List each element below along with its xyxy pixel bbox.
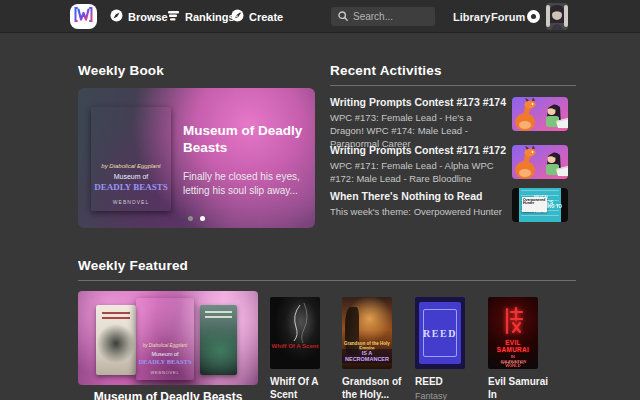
activity-description: This week's theme: Overpowered Hunter bbox=[330, 205, 530, 218]
featured-book-evil-samurai[interactable]: EVIL SAMURAI IN CULTIVATION WORLD WEBNOV… bbox=[488, 297, 552, 400]
user-avatar[interactable] bbox=[546, 3, 568, 30]
nav-forum-label: Forum bbox=[491, 11, 525, 23]
cover-title: DEADLY BEASTS bbox=[91, 182, 171, 192]
cover-brand: WEBNOVEL bbox=[501, 361, 526, 365]
cover-title: REED bbox=[423, 328, 457, 339]
search-icon bbox=[338, 11, 348, 23]
activity-item-wpc-171-172[interactable]: Writing Prompts Contest #171 #172 WPC #1… bbox=[330, 144, 576, 185]
featured-collection-card[interactable]: by Diabolical Eggplant Museum of DEADLY … bbox=[78, 291, 258, 385]
recent-activities-heading: Recent Activities bbox=[330, 63, 442, 78]
dragon-writer-thumbnail[interactable] bbox=[512, 145, 568, 179]
webnovel-logo-icon bbox=[73, 5, 94, 28]
nav-create-label: Create bbox=[249, 11, 283, 23]
featured-book-whiff-of-a-scent[interactable]: Whiff Of A Scent Whiff Of A Scent Horror… bbox=[270, 297, 334, 400]
nav-forum[interactable]: Forum bbox=[491, 0, 525, 33]
weekly-book-title: Museum of Deadly Beasts bbox=[183, 122, 305, 156]
pen-circle-icon bbox=[231, 9, 244, 24]
carousel-dot-1[interactable] bbox=[188, 216, 193, 221]
book-cover: EVIL SAMURAI IN CULTIVATION WORLD WEBNOV… bbox=[488, 297, 538, 369]
carousel-dots bbox=[78, 216, 315, 221]
search-placeholder: Search... bbox=[353, 11, 393, 22]
activity-item-wpc-173-174[interactable]: Writing Prompts Contest #173 #174 WPC #1… bbox=[330, 96, 576, 150]
featured-book-grandson-of-the-holy[interactable]: Grandson of the Holy Empire IS A NECROMA… bbox=[342, 297, 406, 400]
cover-frame: REED bbox=[423, 309, 457, 357]
nav-browse-label: Browse bbox=[128, 11, 168, 23]
mini-book-cover-right bbox=[200, 305, 237, 375]
nav-library-label: Library bbox=[453, 11, 490, 23]
cover-author: by Diabolical Eggplant bbox=[91, 163, 171, 169]
book-cover: Grandson of the Holy Empire IS A NECROMA… bbox=[342, 297, 392, 369]
mini-book-cover-left bbox=[96, 305, 136, 375]
carousel-dot-2-active[interactable] bbox=[200, 216, 205, 221]
weekly-featured-divider bbox=[78, 280, 576, 281]
search-input[interactable]: Search... bbox=[331, 7, 435, 26]
weekly-book-cover: by Diabolical Eggplant Museum of DEADLY … bbox=[91, 107, 171, 211]
book-genre: Fantasy bbox=[415, 391, 479, 400]
recent-activities-divider bbox=[330, 85, 576, 86]
top-navbar: Browse Rankings Create Search... Library… bbox=[0, 0, 640, 33]
featured-book-reed[interactable]: REED REED Fantasy bbox=[415, 297, 479, 400]
activity-description: WPC #171: Female Lead - Alpha WPC #172: … bbox=[330, 159, 504, 185]
cover-subtitle: IS A NECROMANCER bbox=[342, 349, 392, 363]
rankings-bars-icon bbox=[167, 9, 180, 24]
weekly-featured-heading: Weekly Featured bbox=[78, 258, 188, 273]
book-cover: REED bbox=[415, 297, 465, 369]
book-cover: Whiff Of A Scent bbox=[270, 297, 320, 369]
cover-title: Whiff Of A Scent bbox=[270, 343, 320, 349]
dark-mode-toggle-icon[interactable] bbox=[527, 10, 540, 23]
nav-rankings[interactable]: Rankings bbox=[167, 0, 235, 33]
webnovel-logo[interactable] bbox=[70, 4, 97, 29]
book-title: Whiff Of A Scent bbox=[270, 375, 334, 400]
weekly-book-description: Finally he closed his eyes, letting his … bbox=[183, 170, 309, 197]
nav-browse[interactable]: Browse bbox=[110, 0, 168, 33]
cover-brand: WEBNOVEL bbox=[91, 199, 171, 205]
cover-series: Museum of bbox=[91, 173, 171, 180]
nav-library[interactable]: Library bbox=[453, 0, 490, 33]
mini-book-cover-museum: by Diabolical Eggplant Museum of DEADLY … bbox=[136, 298, 194, 380]
cover-title: EVIL SAMURAI bbox=[488, 339, 538, 353]
kanji-art-icon bbox=[503, 306, 523, 336]
compass-icon bbox=[110, 9, 123, 24]
nav-rankings-label: Rankings bbox=[185, 11, 235, 23]
weekly-book-card[interactable]: by Diabolical Eggplant Museum of DEADLY … bbox=[78, 88, 315, 228]
book-title: REED bbox=[415, 375, 479, 388]
book-title: Grandson of the Holy... bbox=[342, 375, 406, 400]
weekly-book-heading: Weekly Book bbox=[78, 63, 164, 78]
dragon-writer-thumbnail[interactable] bbox=[512, 97, 568, 131]
featured-collection-title: Museum of Deadly Beasts bbox=[78, 390, 258, 400]
activity-item-nothing-to-read[interactable]: When There's Nothing to Read This week's… bbox=[330, 190, 576, 218]
nav-create[interactable]: Create bbox=[231, 0, 283, 33]
book-title: Evil Samurai In Cultivatio... bbox=[488, 375, 552, 400]
thumbnail-title-box: Overpowered Hunter bbox=[522, 197, 547, 212]
overpowered-hunter-thumbnail[interactable]: WHEN THERE'S NOTHING TO READ Overpowered… bbox=[512, 188, 568, 222]
